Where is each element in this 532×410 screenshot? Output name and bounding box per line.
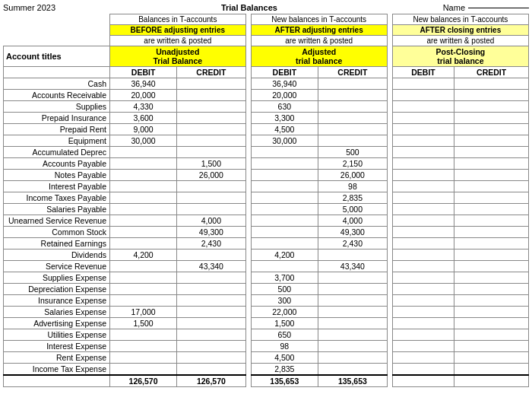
spacer1e xyxy=(245,67,251,78)
credit1-cell: 43,340 xyxy=(177,261,245,272)
debit2-cell xyxy=(251,261,318,272)
credit3-cell xyxy=(454,204,529,215)
credit2-cell xyxy=(318,101,388,113)
debit3-cell xyxy=(392,364,454,376)
table-row: Salaries Expense17,00022,000 xyxy=(4,307,529,318)
debit2-cell xyxy=(251,170,318,181)
credit2-cell xyxy=(318,341,388,352)
table-row: Interest Expense98 xyxy=(4,341,529,352)
credit3-cell xyxy=(454,318,529,329)
debit3-cell xyxy=(392,90,454,101)
credit3-cell xyxy=(454,249,529,261)
credit2-cell xyxy=(318,124,388,135)
debit1-cell: 30,000 xyxy=(110,135,177,147)
debit1-cell xyxy=(110,158,177,170)
debit3-cell xyxy=(392,272,454,284)
debit1-cell xyxy=(110,272,177,284)
credit3-cell xyxy=(454,113,529,124)
section3-posted: are written & posted xyxy=(392,36,528,46)
credit1-cell xyxy=(177,78,245,90)
total-d2: 135,653 xyxy=(251,375,318,387)
name-underline[interactable] xyxy=(468,8,529,8)
debit2-cell: 36,940 xyxy=(251,78,318,90)
credit1-cell: 4,000 xyxy=(177,215,245,227)
debit2-cell xyxy=(251,238,318,249)
debit2-cell: 98 xyxy=(251,341,318,352)
debit2-cell xyxy=(251,192,318,204)
credit3-cell xyxy=(454,295,529,307)
debit1-cell xyxy=(110,329,177,341)
credit2-cell: 4,000 xyxy=(318,215,388,227)
credit2-cell xyxy=(318,90,388,101)
credit3-cell xyxy=(454,238,529,249)
debit3-cell xyxy=(392,215,454,227)
debit1-cell: 1,500 xyxy=(110,318,177,329)
credit3-cell xyxy=(454,170,529,181)
account-name-cell: Supplies Expense xyxy=(4,272,110,284)
spacer2 xyxy=(387,227,392,238)
spacer-total1 xyxy=(245,375,251,387)
credit1-cell xyxy=(177,147,245,158)
debit3-cell xyxy=(392,113,454,124)
dc-credit1: CREDIT xyxy=(177,67,245,78)
debit1-cell xyxy=(110,170,177,181)
spacer1c xyxy=(245,36,251,46)
credit2-cell xyxy=(318,135,388,147)
credit1-cell xyxy=(177,192,245,204)
debit3-cell xyxy=(392,295,454,307)
debit2-cell xyxy=(251,181,318,192)
debit2-cell xyxy=(251,204,318,215)
account-title-header: Account titles xyxy=(4,46,110,67)
account-name-cell: Advertising Expense xyxy=(4,318,110,329)
trial-balance-table: Balances in T-accounts New balances in T… xyxy=(3,14,529,387)
debit2-cell: 300 xyxy=(251,295,318,307)
spacer2 xyxy=(387,135,392,147)
credit1-cell xyxy=(177,284,245,295)
account-name-cell: Retained Earnings xyxy=(4,238,110,249)
table-row: Rent Expense4,500 xyxy=(4,352,529,364)
debit2-cell: 2,835 xyxy=(251,364,318,376)
spacer1 xyxy=(245,181,251,192)
section3-sub: AFTER closing entries xyxy=(392,25,528,36)
table-row: Supplies Expense3,700 xyxy=(4,272,529,284)
debit1-cell: 17,000 xyxy=(110,307,177,318)
account-name-cell: Rent Expense xyxy=(4,352,110,364)
spacer2 xyxy=(387,14,392,25)
spacer1 xyxy=(245,14,251,25)
credit2-cell xyxy=(318,78,388,90)
postclosing-header: Post-Closing trial balance xyxy=(392,46,528,67)
debit2-cell: 30,000 xyxy=(251,135,318,147)
debit2-cell xyxy=(251,215,318,227)
debit1-cell xyxy=(110,352,177,364)
table-row: Supplies4,330630 xyxy=(4,101,529,113)
credit3-cell xyxy=(454,307,529,318)
spacer2 xyxy=(387,181,392,192)
spacer1 xyxy=(245,124,251,135)
spacer1 xyxy=(245,249,251,261)
account-name-cell: Accounts Payable xyxy=(4,158,110,170)
debit3-cell xyxy=(392,192,454,204)
debit3-cell xyxy=(392,238,454,249)
debit3-cell xyxy=(392,307,454,318)
spacer1 xyxy=(245,90,251,101)
debit3-cell xyxy=(392,158,454,170)
debit1-cell xyxy=(110,284,177,295)
spacer1 xyxy=(245,204,251,215)
credit3-cell xyxy=(454,135,529,147)
table-row: Advertising Expense1,5001,500 xyxy=(4,318,529,329)
debit3-cell xyxy=(392,124,454,135)
table-row: Income Tax Expense2,835 xyxy=(4,364,529,376)
debit2-cell xyxy=(251,158,318,170)
account-name-cell: Prepaid Rent xyxy=(4,124,110,135)
credit2-cell xyxy=(318,318,388,329)
credit1-cell xyxy=(177,135,245,147)
total-c3 xyxy=(454,375,529,387)
spacer2 xyxy=(387,295,392,307)
credit3-cell xyxy=(454,101,529,113)
spacer2 xyxy=(387,249,392,261)
credit2-cell: 26,000 xyxy=(318,170,388,181)
table-row: Accounts Receivable20,00020,000 xyxy=(4,90,529,101)
debit2-cell: 4,500 xyxy=(251,124,318,135)
credit3-cell xyxy=(454,181,529,192)
debit1-cell xyxy=(110,204,177,215)
